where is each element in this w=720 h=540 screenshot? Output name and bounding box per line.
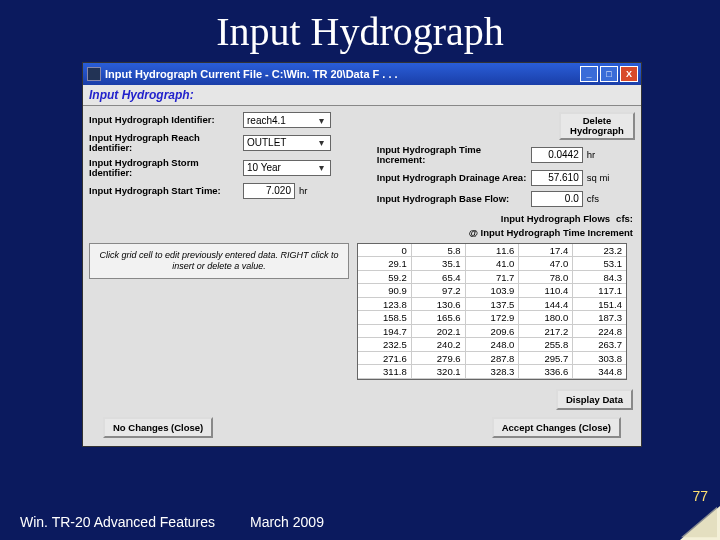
- grid-cell[interactable]: 248.0: [466, 338, 520, 352]
- footer-date: March 2009: [250, 514, 400, 530]
- grid-cell[interactable]: 303.8: [573, 352, 626, 366]
- slide-footer: Win. TR-20 Advanced Features March 2009: [0, 514, 720, 530]
- footer-left: Win. TR-20 Advanced Features: [20, 514, 250, 530]
- grid-cell[interactable]: 0: [358, 244, 412, 258]
- flows-header-unit: cfs:: [616, 213, 633, 224]
- storm-label: Input Hydrograph Storm Identifier:: [89, 158, 239, 178]
- grid-cell[interactable]: 151.4: [573, 298, 626, 312]
- storm-value: 10 Year: [247, 162, 281, 173]
- grid-cell[interactable]: 47.0: [519, 257, 573, 271]
- baseflow-input[interactable]: 0.0: [531, 191, 583, 207]
- storm-select[interactable]: 10 Year ▾: [243, 160, 331, 176]
- grid-cell[interactable]: 117.1: [573, 284, 626, 298]
- accept-changes-button[interactable]: Accept Changes (Close): [492, 417, 621, 438]
- grid-cell[interactable]: 71.7: [466, 271, 520, 285]
- hydrograph-window: Input Hydrograph Current File - C:\Win. …: [82, 62, 642, 447]
- grid-cell[interactable]: 84.3: [573, 271, 626, 285]
- increment-label: Input Hydrograph Time Increment:: [377, 145, 527, 165]
- identifier-select[interactable]: reach4.1 ▾: [243, 112, 331, 128]
- grid-cell[interactable]: 17.4: [519, 244, 573, 258]
- grid-cell[interactable]: 123.8: [358, 298, 412, 312]
- grid-cell[interactable]: 255.8: [519, 338, 573, 352]
- grid-cell[interactable]: 295.7: [519, 352, 573, 366]
- titlebar-text: Input Hydrograph Current File - C:\Win. …: [105, 68, 580, 80]
- grid-cell[interactable]: 41.0: [466, 257, 520, 271]
- titlebar[interactable]: Input Hydrograph Current File - C:\Win. …: [83, 63, 641, 85]
- app-icon: [87, 67, 101, 81]
- reach-label: Input Hydrograph Reach Identifier:: [89, 133, 239, 153]
- start-time-label: Input Hydrograph Start Time:: [89, 186, 239, 196]
- grid-cell[interactable]: 263.7: [573, 338, 626, 352]
- grid-cell[interactable]: 217.2: [519, 325, 573, 339]
- reach-value: OUTLET: [247, 137, 286, 148]
- no-changes-button[interactable]: No Changes (Close): [103, 417, 213, 438]
- chevron-down-icon: ▾: [315, 137, 327, 148]
- delete-hydrograph-button[interactable]: Delete Hydrograph: [559, 112, 635, 140]
- display-data-button[interactable]: Display Data: [556, 389, 633, 410]
- table-row: 311.8320.1328.3336.6344.8: [358, 365, 626, 379]
- grid-cell[interactable]: 11.6: [466, 244, 520, 258]
- chevron-down-icon: ▾: [315, 115, 327, 126]
- close-button[interactable]: X: [620, 66, 638, 82]
- grid-cell[interactable]: 97.2: [412, 284, 466, 298]
- start-time-input[interactable]: 7.020: [243, 183, 295, 199]
- grid-cell[interactable]: 5.8: [412, 244, 466, 258]
- grid-cell[interactable]: 232.5: [358, 338, 412, 352]
- flows-grid[interactable]: 05.811.617.423.229.135.141.047.053.159.2…: [357, 243, 627, 380]
- grid-cell[interactable]: 172.9: [466, 311, 520, 325]
- table-row: 232.5240.2248.0255.8263.7: [358, 338, 626, 352]
- table-row: 90.997.2103.9110.4117.1: [358, 284, 626, 298]
- grid-cell[interactable]: 29.1: [358, 257, 412, 271]
- grid-hint: Click grid cell to edit previously enter…: [89, 243, 349, 279]
- drainage-input[interactable]: 57.610: [531, 170, 583, 186]
- grid-cell[interactable]: 130.6: [412, 298, 466, 312]
- panel-header: Input Hydrograph:: [83, 85, 641, 106]
- grid-cell[interactable]: 271.6: [358, 352, 412, 366]
- grid-cell[interactable]: 336.6: [519, 365, 573, 379]
- grid-cell[interactable]: 65.4: [412, 271, 466, 285]
- increment-input[interactable]: 0.0442: [531, 147, 583, 163]
- grid-cell[interactable]: 187.3: [573, 311, 626, 325]
- reach-select[interactable]: OUTLET ▾: [243, 135, 331, 151]
- table-row: 05.811.617.423.2: [358, 244, 626, 258]
- grid-cell[interactable]: 103.9: [466, 284, 520, 298]
- grid-cell[interactable]: 311.8: [358, 365, 412, 379]
- grid-cell[interactable]: 165.6: [412, 311, 466, 325]
- table-row: 158.5165.6172.9180.0187.3: [358, 311, 626, 325]
- grid-cell[interactable]: 35.1: [412, 257, 466, 271]
- chevron-down-icon: ▾: [315, 162, 327, 173]
- maximize-button[interactable]: □: [600, 66, 618, 82]
- minimize-button[interactable]: _: [580, 66, 598, 82]
- grid-cell[interactable]: 209.6: [466, 325, 520, 339]
- grid-cell[interactable]: 144.4: [519, 298, 573, 312]
- table-row: 29.135.141.047.053.1: [358, 257, 626, 271]
- table-row: 271.6279.6287.8295.7303.8: [358, 352, 626, 366]
- grid-cell[interactable]: 224.8: [573, 325, 626, 339]
- increment-row-header: @ Input Hydrograph Time Increment: [469, 227, 633, 238]
- table-row: 194.7202.1209.6217.2224.8: [358, 325, 626, 339]
- grid-cell[interactable]: 202.1: [412, 325, 466, 339]
- baseflow-label: Input Hydrograph Base Flow:: [377, 194, 527, 204]
- grid-cell[interactable]: 344.8: [573, 365, 626, 379]
- grid-cell[interactable]: 320.1: [412, 365, 466, 379]
- start-units: hr: [299, 185, 327, 196]
- grid-cell[interactable]: 194.7: [358, 325, 412, 339]
- page-number: 77: [692, 488, 708, 504]
- identifier-value: reach4.1: [247, 115, 286, 126]
- increment-units: hr: [587, 149, 615, 160]
- grid-cell[interactable]: 279.6: [412, 352, 466, 366]
- slide-title: Input Hydrograph: [0, 0, 720, 59]
- grid-cell[interactable]: 59.2: [358, 271, 412, 285]
- grid-cell[interactable]: 78.0: [519, 271, 573, 285]
- grid-cell[interactable]: 240.2: [412, 338, 466, 352]
- grid-cell[interactable]: 53.1: [573, 257, 626, 271]
- grid-cell[interactable]: 158.5: [358, 311, 412, 325]
- grid-cell[interactable]: 90.9: [358, 284, 412, 298]
- grid-cell[interactable]: 23.2: [573, 244, 626, 258]
- grid-cell[interactable]: 287.8: [466, 352, 520, 366]
- grid-cell[interactable]: 137.5: [466, 298, 520, 312]
- grid-cell[interactable]: 110.4: [519, 284, 573, 298]
- table-row: 123.8130.6137.5144.4151.4: [358, 298, 626, 312]
- grid-cell[interactable]: 180.0: [519, 311, 573, 325]
- grid-cell[interactable]: 328.3: [466, 365, 520, 379]
